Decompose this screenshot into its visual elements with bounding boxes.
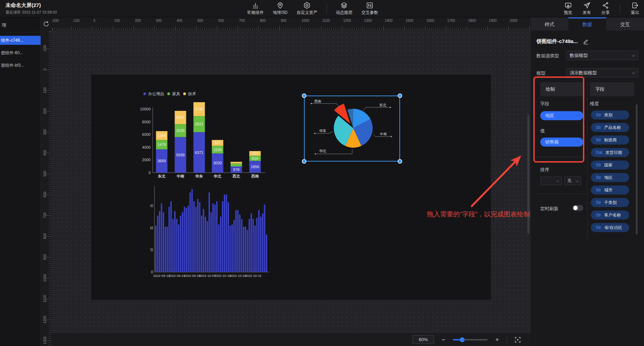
svg-text:技术: 技术 (188, 92, 196, 96)
layer-item-0[interactable]: 组件-c749... (0, 36, 41, 45)
svg-text:10000: 10000 (140, 107, 151, 111)
layer-item-2[interactable]: 图组件-bf3... (0, 61, 41, 70)
field-pill-region[interactable]: 地区 ▼ (540, 111, 583, 120)
dashboard-screen[interactable]: 办公用品家具技术02000400060008000100003669147913… (91, 75, 491, 300)
field-name: 产品名称 (604, 125, 621, 131)
caret-down-icon: ▼ (576, 114, 579, 117)
field-pill-发货日期[interactable]: Dat发货日期 (591, 148, 629, 157)
resize-handle-nw[interactable] (302, 93, 306, 98)
pie-chart-selection[interactable]: 东北中南华北华东西南 (304, 96, 400, 162)
svg-text:5599: 5599 (176, 153, 185, 157)
fit-to-screen-button[interactable] (515, 337, 521, 343)
datasource-type-select[interactable]: 数据模型 (566, 51, 638, 60)
canvas-scrollbar[interactable] (527, 115, 529, 234)
svg-text:6371: 6371 (195, 150, 203, 155)
tool-paper-plane[interactable]: 发布 (583, 2, 591, 16)
zoom-in-button[interactable]: + (495, 337, 499, 343)
auto-refresh-label: 定时刷新 (540, 206, 558, 212)
rename-button[interactable] (583, 39, 588, 46)
top-bar: 未命名大屏(27) 最近保存 2022-11-07 15:58:02 常规组件地… (0, 0, 644, 17)
field-pill-制造商[interactable]: Str制造商 (591, 135, 629, 145)
svg-text:华东: 华东 (319, 129, 326, 133)
tool-label: 常规组件 (247, 10, 264, 16)
field-pill-类别[interactable]: Str类别 (591, 110, 629, 120)
field-pill-客户名称[interactable]: Str客户名称 (591, 211, 629, 220)
field-pill-地区[interactable]: Str地区 (591, 173, 629, 182)
field-name: 省/自治区 (604, 225, 622, 231)
tool-layers[interactable]: 动态图层 (336, 2, 353, 16)
tool-exit[interactable]: 退出 (631, 2, 639, 16)
ruler-reset-button[interactable] (41, 17, 51, 31)
sort-field-select[interactable] (540, 176, 562, 185)
zoom-slider-knob[interactable] (460, 337, 465, 342)
svg-text:1384: 1384 (158, 133, 166, 138)
tool-label: 地理/3D (273, 10, 288, 16)
svg-text:40: 40 (150, 226, 153, 230)
field-type-badge: Str (596, 113, 601, 117)
svg-text:727: 727 (252, 151, 258, 155)
svg-text:2022-10-07: 2022-10-07 (199, 274, 216, 278)
svg-text:2022-10-15: 2022-10-15 (214, 274, 231, 278)
sort-label: 排序 (540, 167, 549, 173)
model-select[interactable]: 演示数据模型 (566, 68, 638, 77)
tool-label: 分享 (601, 10, 610, 16)
panel-tab-交互[interactable]: 交互 (606, 17, 644, 31)
chevron-down-icon (576, 179, 578, 182)
field-name: 子类别 (604, 200, 617, 206)
zoom-slider[interactable] (453, 337, 488, 342)
field-pill-国家[interactable]: Str国家 (591, 160, 629, 170)
share-nodes-icon (602, 2, 609, 9)
pencil-edit-icon (583, 39, 588, 44)
tool-sliders[interactable]: 交互参数 (362, 2, 378, 16)
editor-canvas[interactable]: 办公用品家具技术02000400060008000100003669147913… (51, 31, 531, 346)
resize-handle-sw[interactable] (302, 159, 306, 164)
field-list-scrollbar[interactable] (636, 104, 638, 234)
value-pill-sales[interactable]: 销售额 ▼ (540, 138, 583, 147)
stacked-bar-chart[interactable]: 办公用品家具技术02000400060008000100003669147913… (140, 84, 269, 182)
field-pill-产品名称[interactable]: Str产品名称 (591, 123, 629, 132)
tool-map-pin[interactable]: 地理/3D (273, 2, 288, 16)
resize-handle-ne[interactable] (398, 93, 402, 98)
dimension-label: 维度 (590, 101, 599, 107)
tab-fields[interactable]: 字段 (590, 82, 634, 96)
svg-text:中南: 中南 (380, 132, 387, 136)
svg-text:1856: 1856 (251, 165, 259, 169)
column-divider (587, 82, 587, 241)
field-pill-省/自治区[interactable]: Str省/自治区 (591, 223, 629, 232)
svg-text:0: 0 (149, 171, 151, 175)
field-type-badge: Str (596, 138, 601, 142)
zoom-value[interactable]: 60% (413, 335, 434, 344)
toolbar-actions: 预览发布分享退出 (564, 0, 639, 17)
svg-text:2022-09-13: 2022-09-13 (153, 274, 170, 278)
svg-text:1479: 1479 (158, 142, 166, 147)
auto-refresh-toggle[interactable] (573, 205, 583, 211)
svg-text:2000: 2000 (142, 158, 151, 162)
svg-text:3669: 3669 (158, 159, 166, 163)
panel-tabs: 样式数据交互 (531, 17, 644, 31)
field-label: 字段 (540, 101, 549, 107)
panel-tab-数据[interactable]: 数据 (568, 17, 606, 31)
tool-bar-chart[interactable]: 常规组件 (247, 2, 264, 16)
sort-order-select[interactable]: 无 (564, 176, 581, 185)
tool-hexagon[interactable]: 自定义资产 (297, 2, 317, 16)
datasource-type-label: 数据源类型 (536, 53, 559, 59)
zoom-out-button[interactable]: − (442, 337, 446, 343)
svg-text:1199: 1199 (213, 148, 222, 152)
vertical-ruler: -100010020030040050060070080090010001100… (41, 31, 51, 346)
field-pill-城市[interactable]: Str城市 (591, 186, 629, 195)
layers-icon (340, 2, 348, 9)
tool-share-nodes[interactable]: 分享 (601, 2, 610, 16)
tool-label: 自定义资产 (297, 10, 317, 16)
tab-draw[interactable]: 绘制 (540, 82, 583, 96)
field-pill-子类别[interactable]: Str子类别 (591, 198, 629, 207)
reset-view-icon (43, 20, 50, 27)
daily-bar-chart[interactable]: 02040602022-09-132022-09-212022-09-29202… (150, 180, 272, 284)
panel-tab-样式[interactable]: 样式 (531, 17, 568, 31)
model-row: 模型 演示数据模型 (531, 68, 644, 77)
divider (536, 157, 586, 157)
tool-monitor[interactable]: 预览 (564, 2, 572, 16)
pie-chart[interactable]: 东北中南华北华东西南 (305, 96, 401, 162)
component-name: 饼图组件-c749a... (536, 38, 578, 45)
layer-item-1[interactable]: 图组件-60... (0, 48, 41, 57)
resize-handle-se[interactable] (398, 159, 402, 164)
